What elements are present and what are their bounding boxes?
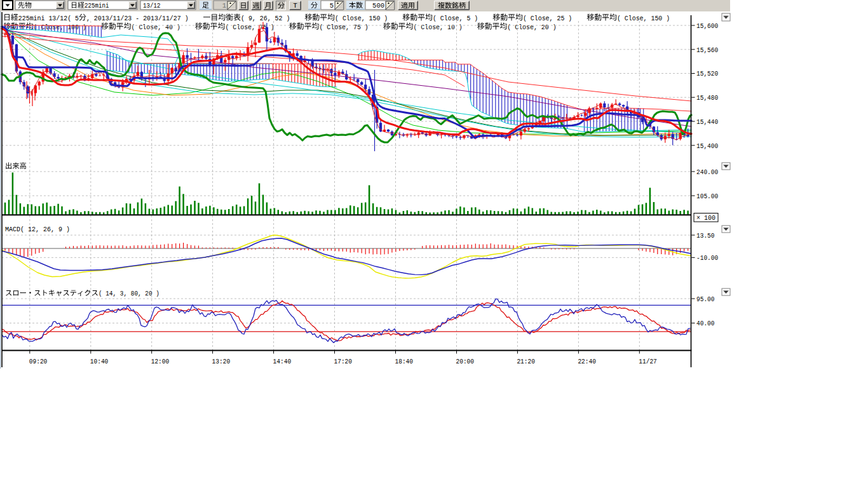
svg-text:14:40: 14:40 [273,358,292,365]
svg-text:( Close, 25 ): ( Close, 25 ) [523,15,572,22]
svg-text:1: 1 [222,2,226,10]
svg-text:225mini: 225mini [85,2,109,10]
svg-text:15,560: 15,560 [696,46,718,54]
svg-text:( Close, 100 ): ( Close, 100 ) [34,24,86,31]
svg-text:15,440: 15,440 [696,118,718,126]
svg-text:09:20: 09:20 [29,358,48,365]
svg-text:500: 500 [372,2,384,10]
svg-text:( Close, 20 ): ( Close, 20 ) [507,24,556,31]
svg-text:18:40: 18:40 [395,358,414,365]
svg-text:240.00: 240.00 [696,168,718,176]
svg-text:( Close, 40 ): ( Close, 40 ) [132,24,180,31]
svg-text:× 100: × 100 [696,215,715,222]
svg-text:T: T [293,2,297,10]
svg-text:-10.00: -10.00 [696,254,718,262]
svg-text:13.50: 13.50 [696,232,715,240]
svg-text:( Close, 5 ): ( Close, 5 ) [433,15,478,22]
svg-text:( 14, 3, 80, 20 ): ( 14, 3, 80, 20 ) [98,290,159,297]
svg-text:11/27: 11/27 [639,358,657,365]
svg-text:( 9, 26, 52 ): ( 9, 26, 52 ) [241,15,290,22]
svg-text:15,400: 15,400 [696,142,718,150]
svg-text:20:00: 20:00 [456,358,475,365]
svg-text:21:20: 21:20 [517,358,535,365]
svg-text:MACD( 12, 26, 9 ): MACD( 12, 26, 9 ) [5,226,70,233]
svg-text:5: 5 [330,2,334,10]
svg-text:17:20: 17:20 [334,358,353,365]
svg-text:40.00: 40.00 [696,320,715,327]
svg-text:, 2013/11/23 - 2013/11/27 ): , 2013/11/23 - 2013/11/27 ) [86,15,189,22]
svg-text:( Close, 75 ): ( Close, 75 ) [319,24,368,31]
svg-text:( Close, 150 ): ( Close, 150 ) [617,15,670,22]
svg-text:95.00: 95.00 [696,295,715,303]
svg-text:225mini 13/12( 5: 225mini 13/12( 5 [18,15,79,22]
svg-text:13/12: 13/12 [143,2,161,10]
svg-text:10:40: 10:40 [90,358,109,365]
svg-text:13:20: 13:20 [212,358,231,365]
svg-text:22:40: 22:40 [578,358,596,365]
svg-text:15,600: 15,600 [696,22,718,30]
svg-text:15,520: 15,520 [696,70,718,78]
svg-text:12:00: 12:00 [151,358,170,365]
svg-text:15,480: 15,480 [696,94,718,102]
svg-text:( Close, 10 ): ( Close, 10 ) [413,24,462,31]
svg-text:105.00: 105.00 [696,193,718,200]
svg-text:( Close, 150 ): ( Close, 150 ) [335,15,388,22]
